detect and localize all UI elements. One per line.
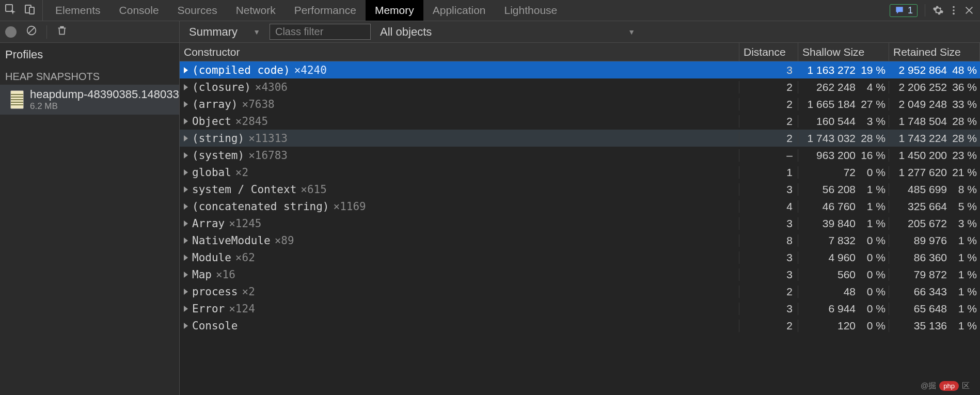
tab-memory[interactable]: Memory (366, 0, 423, 21)
snapshot-item[interactable]: heapdump-48390385.1480336.2 MB (0, 85, 179, 115)
table-row[interactable]: (array) ×763821 665 18427 %2 049 24833 % (180, 96, 980, 113)
constructor-count: ×7638 (242, 98, 275, 110)
cell-retained-size: 35 1361 % (889, 320, 980, 332)
close-icon[interactable] (963, 5, 975, 16)
tab-sources[interactable]: Sources (168, 0, 227, 21)
cell-distance: 2 (739, 81, 798, 93)
cell-shallow-size: 1 163 27219 % (798, 64, 889, 76)
column-shallow-size[interactable]: Shallow Size (798, 43, 889, 61)
constructor-name: NativeModule (192, 234, 271, 247)
table-body[interactable]: (compiled code) ×424031 163 27219 %2 952… (180, 61, 980, 395)
cell-retained-size: 205 6723 % (889, 217, 980, 230)
cell-shallow-size: 56 2081 % (798, 183, 889, 196)
tab-application[interactable]: Application (423, 0, 495, 21)
table-row[interactable]: Error ×12436 9440 %65 6481 % (180, 300, 980, 317)
expand-icon[interactable] (184, 67, 188, 73)
tab-lighthouse[interactable]: Lighthouse (495, 0, 566, 21)
column-retained-size[interactable]: Retained Size (889, 43, 980, 61)
table-row[interactable]: Array ×1245339 8401 %205 6723 % (180, 215, 980, 232)
tab-elements[interactable]: Elements (46, 0, 110, 21)
expand-icon[interactable] (184, 323, 188, 329)
expand-icon[interactable] (184, 306, 188, 312)
cell-retained-size: 1 450 20023 % (889, 149, 980, 162)
profiles-heading: Profiles (0, 43, 179, 69)
table-row[interactable]: (closure) ×43062262 2484 %2 206 25236 % (180, 78, 980, 96)
cell-constructor: (system) ×16783 (180, 149, 739, 162)
cell-retained-size: 79 8721 % (889, 268, 980, 281)
expand-icon[interactable] (184, 289, 188, 295)
cell-shallow-size: 262 2484 % (798, 81, 889, 93)
expand-icon[interactable] (184, 118, 188, 124)
tab-console[interactable]: Console (110, 0, 168, 21)
object-filter-select[interactable]: All objects ▼ (376, 25, 639, 39)
cell-distance: 2 (739, 98, 798, 110)
memory-toolbar: Summary ▼ All objects ▼ (0, 21, 980, 43)
cell-retained-size: 1 277 62021 % (889, 166, 980, 179)
table-row[interactable]: system / Context ×615356 2081 %485 6998 … (180, 181, 980, 198)
column-constructor[interactable]: Constructor (180, 43, 739, 61)
memory-toolbar-right: Summary ▼ All objects ▼ (180, 24, 980, 40)
trash-icon[interactable] (56, 25, 68, 39)
cell-retained-size: 2 206 25236 % (889, 81, 980, 93)
expand-icon[interactable] (184, 101, 188, 107)
constructor-name: (closure) (192, 81, 251, 93)
device-toolbar-icon[interactable] (24, 3, 36, 18)
table-row[interactable]: Console21200 %35 1361 % (180, 317, 980, 334)
cell-distance: 3 (739, 268, 798, 281)
clear-icon[interactable] (26, 25, 37, 39)
expand-icon[interactable] (184, 255, 188, 261)
constructor-name: (concatenated string) (192, 200, 329, 213)
table-header: Constructor Distance Shallow Size Retain… (180, 43, 980, 61)
cell-distance: 8 (739, 234, 798, 247)
heap-table: Constructor Distance Shallow Size Retain… (180, 43, 980, 395)
view-select-label: Summary (189, 25, 238, 39)
tab-network[interactable]: Network (227, 0, 285, 21)
cell-retained-size: 66 3431 % (889, 286, 980, 298)
table-row[interactable]: (string) ×1131321 743 03228 %1 743 22428… (180, 130, 980, 147)
heap-snapshots-label: HEAP SNAPSHOTS (0, 69, 179, 85)
cell-distance: 3 (739, 183, 798, 196)
expand-icon[interactable] (184, 152, 188, 159)
expand-icon[interactable] (184, 238, 188, 244)
expand-icon[interactable] (184, 84, 188, 90)
expand-icon[interactable] (184, 169, 188, 176)
expand-icon[interactable] (184, 203, 188, 210)
cell-constructor: Map ×16 (180, 268, 739, 281)
cell-distance: 3 (739, 251, 798, 264)
tab-performance[interactable]: Performance (285, 0, 366, 21)
table-row[interactable]: NativeModule ×8987 8320 %89 9761 % (180, 232, 980, 249)
object-filter-label: All objects (380, 25, 432, 39)
expand-icon[interactable] (184, 135, 188, 141)
constructor-count: ×4240 (294, 64, 327, 76)
table-row[interactable]: Map ×1635600 %79 8721 % (180, 266, 980, 283)
cell-distance: 3 (739, 217, 798, 230)
expand-icon[interactable] (184, 186, 188, 193)
table-row[interactable]: Object ×28452160 5443 %1 748 50428 % (180, 113, 980, 130)
table-row[interactable]: process ×22480 %66 3431 % (180, 283, 980, 300)
constructor-name: (string) (192, 132, 244, 145)
issues-chip[interactable]: 1 (890, 4, 918, 17)
profiles-sidebar: Profiles HEAP SNAPSHOTS heapdump-4839038… (0, 43, 180, 395)
inspect-element-icon[interactable] (4, 3, 17, 18)
cell-retained-size: 86 3601 % (889, 251, 980, 264)
record-icon[interactable] (5, 26, 17, 38)
svg-point-5 (953, 13, 955, 15)
column-distance[interactable]: Distance (739, 43, 798, 61)
class-filter-input[interactable] (270, 24, 371, 40)
table-row[interactable]: (concatenated string) ×1169446 7601 %325… (180, 198, 980, 215)
gear-icon[interactable] (932, 5, 944, 16)
table-row[interactable]: global ×21720 %1 277 62021 % (180, 164, 980, 181)
table-row[interactable]: (system) ×16783–963 20016 %1 450 20023 % (180, 147, 980, 164)
view-select[interactable]: Summary ▼ (185, 24, 264, 40)
expand-icon[interactable] (184, 220, 188, 227)
cell-retained-size: 485 6998 % (889, 183, 980, 196)
cell-distance: 2 (739, 320, 798, 332)
cell-shallow-size: 160 5443 % (798, 115, 889, 128)
expand-icon[interactable] (184, 272, 188, 278)
kebab-icon[interactable] (948, 5, 959, 16)
table-row[interactable]: (compiled code) ×424031 163 27219 %2 952… (180, 61, 980, 78)
cell-retained-size: 1 743 22428 % (889, 132, 980, 145)
table-row[interactable]: Module ×6234 9600 %86 3601 % (180, 249, 980, 266)
snapshot-size: 6.2 MB (30, 101, 179, 112)
cell-constructor: global ×2 (180, 166, 739, 179)
